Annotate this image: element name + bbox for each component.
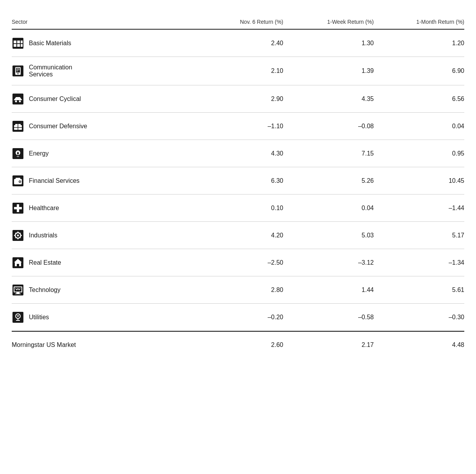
week1-value: –0.58 (283, 314, 374, 321)
table-row: Technology 2.80 1.44 5.61 (12, 276, 464, 304)
sector-name: Financial Services (29, 177, 80, 184)
nov6-value: 4.30 (193, 150, 283, 157)
footer-row: Morningstar US Market 2.60 2.17 4.48 (12, 331, 464, 358)
month1-value: 6.90 (374, 67, 464, 74)
table-row: Consumer Cyclical 2.90 4.35 6.56 (12, 85, 464, 113)
sector-cell: Consumer Cyclical (12, 93, 193, 105)
table-row: Industrials 4.20 5.03 5.17 (12, 222, 464, 249)
nov6-value: –2.50 (193, 259, 283, 266)
svg-rect-4 (17, 44, 20, 47)
svg-rect-5 (21, 41, 23, 43)
table-row: Financial Services 6.30 5.26 10.45 (12, 167, 464, 195)
svg-rect-50 (15, 294, 21, 294)
table-row: Utilities –0.20 –0.58 –0.30 (12, 304, 464, 331)
sector-cell: Industrials (12, 229, 193, 242)
month1-value: –1.34 (374, 259, 464, 266)
svg-rect-2 (14, 44, 16, 47)
week1-value: 1.39 (283, 67, 374, 74)
svg-rect-3 (17, 41, 20, 43)
utilities-icon (12, 311, 24, 324)
svg-rect-49 (16, 292, 20, 294)
nov6-value: 6.30 (193, 177, 283, 184)
sector-cell: CommunicationServices (12, 64, 193, 78)
svg-point-34 (17, 234, 19, 236)
table-row: Basic Materials 2.40 1.30 1.20 (12, 30, 464, 57)
real-estate-icon (12, 256, 24, 269)
svg-line-41 (20, 233, 20, 233)
sector-returns-table: Sector Nov. 6 Return (%) 1-Week Return (… (12, 16, 464, 358)
sector-cell: Basic Materials (12, 37, 193, 50)
header-nov6: Nov. 6 Return (%) (193, 19, 283, 25)
sector-name: Consumer Defensive (29, 123, 87, 130)
industrials-icon (12, 229, 24, 242)
sector-name: Healthcare (29, 205, 59, 212)
week1-value: –3.12 (283, 259, 374, 266)
month1-value: –0.30 (374, 314, 464, 321)
nov6-value: 2.80 (193, 287, 283, 294)
sector-name: Real Estate (29, 259, 61, 266)
sector-name: Consumer Cyclical (29, 96, 81, 103)
energy-icon (12, 147, 24, 160)
nov6-value: 2.90 (193, 96, 283, 103)
sector-cell: Utilities (12, 311, 193, 324)
sector-name: Utilities (29, 314, 49, 321)
month1-value: 1.20 (374, 40, 464, 47)
nov6-value: –1.10 (193, 123, 283, 130)
sector-cell: Consumer Defensive (12, 120, 193, 133)
nov6-value: –0.20 (193, 314, 283, 321)
week1-value: –0.08 (283, 123, 374, 130)
consumer-cyclical-icon (12, 93, 24, 105)
week1-value: 7.15 (283, 150, 374, 157)
footer-label: Morningstar US Market (12, 341, 76, 348)
sector-name: Technology (29, 287, 60, 294)
nov6-value: 4.20 (193, 232, 283, 239)
nov6-value: 2.40 (193, 40, 283, 47)
financial-services-icon (12, 175, 24, 187)
basic-materials-icon (12, 37, 24, 50)
table-row: Real Estate –2.50 –3.12 –1.34 (12, 249, 464, 276)
sector-name: CommunicationServices (29, 64, 72, 78)
footer-sector-cell: Morningstar US Market (12, 341, 193, 348)
header-week1: 1-Week Return (%) (283, 19, 374, 25)
header-sector: Sector (12, 19, 193, 25)
footer-week1: 2.17 (283, 341, 374, 348)
sector-cell: Energy (12, 147, 193, 160)
sector-cell: Financial Services (12, 175, 193, 187)
month1-value: 10.45 (374, 177, 464, 184)
sector-cell: Real Estate (12, 256, 193, 269)
month1-value: 5.17 (374, 232, 464, 239)
table-row: Consumer Defensive –1.10 –0.08 0.04 (12, 113, 464, 140)
month1-value: 0.04 (374, 123, 464, 130)
header-month1: 1-Month Return (%) (374, 19, 464, 25)
svg-point-10 (18, 73, 19, 74)
week1-value: 1.30 (283, 40, 374, 47)
table-row: Healthcare 0.10 0.04 –1.44 (12, 195, 464, 222)
footer-nov6: 2.60 (193, 341, 283, 348)
month1-value: –1.44 (374, 205, 464, 212)
sector-cell: Technology (12, 284, 193, 296)
week1-value: 5.03 (283, 232, 374, 239)
footer-month1: 4.48 (374, 341, 464, 348)
table-row: CommunicationServices 2.10 1.39 6.90 (12, 57, 464, 85)
nov6-value: 2.10 (193, 67, 283, 74)
svg-line-42 (16, 237, 16, 238)
table-header: Sector Nov. 6 Return (%) 1-Week Return (… (12, 16, 464, 30)
svg-line-60 (18, 315, 19, 317)
svg-point-15 (15, 100, 17, 102)
communication-services-icon (12, 65, 24, 77)
week1-value: 4.35 (283, 96, 374, 103)
month1-value: 5.61 (374, 287, 464, 294)
sector-name: Industrials (29, 232, 57, 239)
sector-name: Basic Materials (29, 40, 71, 47)
svg-line-40 (20, 237, 20, 238)
svg-line-59 (17, 315, 18, 317)
svg-point-16 (19, 100, 21, 102)
nov6-value: 0.10 (193, 205, 283, 212)
svg-line-39 (16, 233, 16, 233)
week1-value: 1.44 (283, 287, 374, 294)
table-row: Energy 4.30 7.15 0.95 (12, 140, 464, 167)
svg-rect-26 (16, 178, 20, 180)
technology-icon (12, 284, 24, 296)
svg-rect-6 (21, 44, 23, 47)
svg-rect-45 (17, 264, 19, 266)
